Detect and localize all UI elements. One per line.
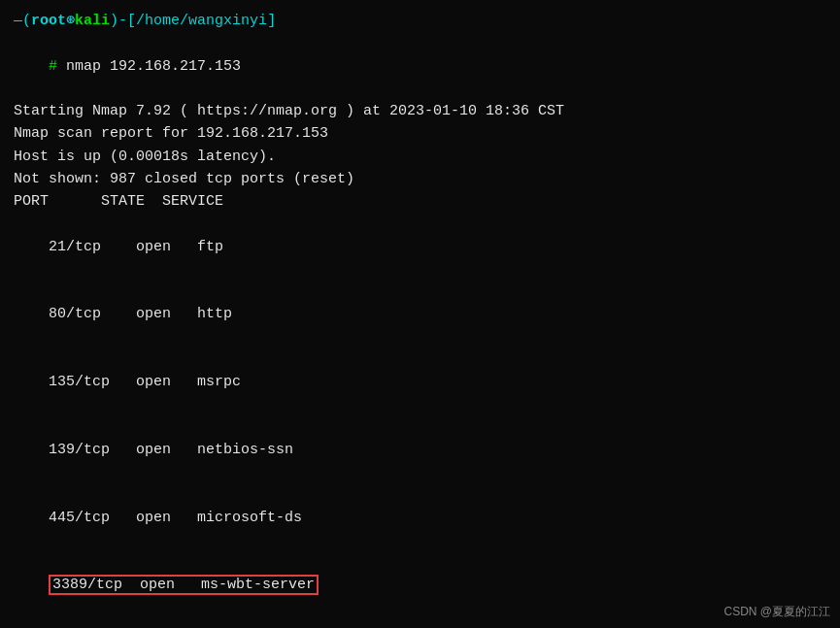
prompt-root: root <box>31 10 66 32</box>
terminal-window: —(root⊛ kali)-[/home/wangxinyi] # nmap 1… <box>0 0 840 628</box>
command-text: nmap 192.168.217.153 <box>57 58 241 75</box>
output-starting: Starting Nmap 7.92 ( https://nmap.org ) … <box>14 100 826 122</box>
port-row-ftp: 21/tcp open ftp <box>14 213 826 281</box>
prompt-hash: # <box>49 58 57 75</box>
port-row-rdp: 3389/tcp open ms-wbt-server <box>14 551 826 619</box>
port-row-http: 80/tcp open http <box>14 281 826 348</box>
port-row-wsdapi: 5357/tcp open wsdapi <box>14 619 826 628</box>
output-not-shown: Not shown: 987 closed tcp ports (reset) <box>14 168 826 190</box>
port-row-netbios: 139/tcp open netbios-ssn <box>14 416 826 484</box>
watermark: CSDN @夏夏的江江 <box>723 604 830 620</box>
port-row-microsoft-ds: 445/tcp open microsoft-ds <box>14 483 826 551</box>
prompt-line: —(root⊛ kali)-[/home/wangxinyi] <box>14 10 826 32</box>
command-line: # nmap 192.168.217.153 <box>14 32 826 100</box>
prompt-kali: kali <box>75 10 110 32</box>
prompt-at: ⊛ <box>66 10 75 32</box>
port-row-msrpc: 135/tcp open msrpc <box>14 348 826 416</box>
output-header: PORT STATE SERVICE <box>14 190 826 213</box>
prompt-dash: —( <box>14 10 31 32</box>
prompt-bracket-right: ] <box>267 10 276 32</box>
prompt-bracket-mid: )-[ <box>110 10 136 32</box>
output-host-up: Host is up (0.00018s latency). <box>14 146 826 168</box>
prompt-path: /home/wangxinyi <box>136 10 267 32</box>
output-report: Nmap scan report for 192.168.217.153 <box>14 122 826 145</box>
